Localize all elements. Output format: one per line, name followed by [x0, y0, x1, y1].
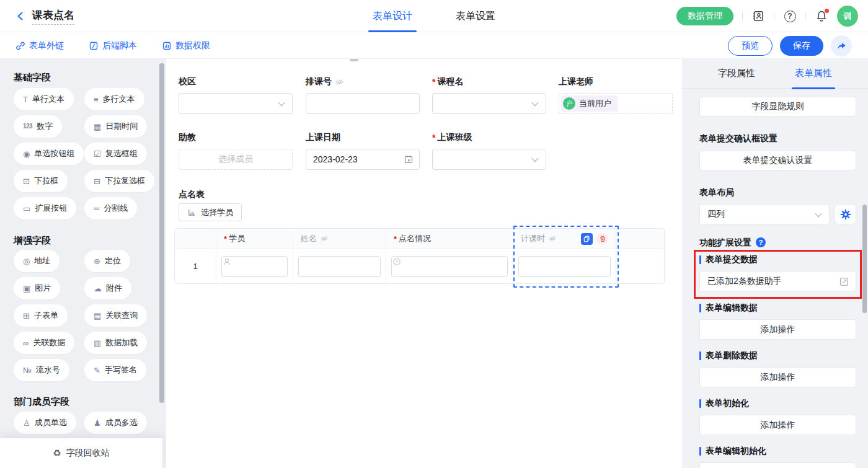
- permission-icon: [162, 41, 172, 51]
- notification-bell-icon[interactable]: [815, 9, 828, 23]
- field-pill-data-load[interactable]: ▥数据加载: [84, 332, 147, 354]
- campus-select[interactable]: [179, 93, 293, 114]
- field-course-name[interactable]: *课程名: [432, 76, 546, 114]
- select-students-button[interactable]: 选择学员: [179, 203, 242, 221]
- form-canvas: 校区 排课号 *课程名 上课老师 户 当前用户 助教 选择成员 上课日期 202…: [166, 59, 682, 468]
- copy-column-button[interactable]: [581, 233, 593, 245]
- add-action-button-delete[interactable]: 添加操作: [699, 367, 856, 387]
- field-pill-attachment[interactable]: ☁附件: [84, 277, 131, 299]
- add-action-button-init[interactable]: 添加操作: [699, 415, 856, 435]
- tab-form-settings[interactable]: 表单设置: [453, 0, 498, 32]
- field-teacher[interactable]: 上课老师 户 当前用户: [559, 76, 673, 114]
- save-button[interactable]: 保存: [780, 36, 823, 56]
- submit-confirm-settings-button[interactable]: 表单提交确认设置: [699, 151, 856, 170]
- field-recycle-bin-button[interactable]: ♻ 字段回收站: [0, 438, 162, 468]
- multiline-icon: ≡: [94, 95, 99, 104]
- edit-icon[interactable]: [839, 276, 849, 289]
- section-title-enhanced-fields: 增强字段: [14, 234, 166, 247]
- field-pill-radio-group[interactable]: ◉单选按钮组: [14, 143, 84, 165]
- field-pill-multi-dropdown[interactable]: ⊟下拉复选框: [84, 170, 154, 192]
- script-icon: [89, 41, 99, 51]
- layout-settings-button[interactable]: [835, 204, 856, 224]
- rollcall-subtable: 1 *学员 姓名 *点名情况 计课时: [174, 228, 665, 284]
- field-assistant[interactable]: 助教 选择成员: [179, 132, 293, 170]
- data-manage-button[interactable]: 数据管理: [676, 7, 733, 25]
- field-palette-sidebar: 基础字段 T单行文本 ≡多行文本 123数字 ▦日期时间 ◉单选按钮组 ☑复选框…: [0, 59, 166, 468]
- subtable-col-rollcall[interactable]: *点名情况: [386, 229, 513, 283]
- serial-icon: №: [23, 366, 32, 374]
- rollcall-input[interactable]: [391, 256, 508, 277]
- backend-script-button[interactable]: 后端脚本: [89, 40, 137, 51]
- field-schedule-number[interactable]: 排课号: [306, 76, 420, 114]
- help-icon[interactable]: ?: [783, 9, 797, 23]
- field-pill-dropdown[interactable]: ⊡下拉框: [14, 170, 68, 192]
- checkbox-icon: ☑: [94, 150, 101, 158]
- add-action-button-edit-init[interactable]: 添加操作: [699, 462, 856, 468]
- tab-form-design[interactable]: 表单设计: [370, 0, 415, 32]
- field-pill-datetime[interactable]: ▦日期时间: [84, 115, 147, 138]
- field-class[interactable]: *上课班级: [432, 132, 546, 170]
- extensions-help-icon[interactable]: ?: [756, 237, 766, 247]
- submit-data-value-box[interactable]: 已添加2条数据助手: [699, 271, 856, 292]
- preview-button[interactable]: 预览: [728, 36, 773, 56]
- subtable-col-student[interactable]: *学员: [216, 229, 293, 283]
- field-pill-image[interactable]: ▣图片: [14, 277, 60, 299]
- name-input[interactable]: [298, 256, 381, 277]
- field-pill-single-line-text[interactable]: T单行文本: [14, 88, 74, 110]
- group-title-edit-data: 表单编辑数据: [699, 302, 856, 314]
- field-class-date[interactable]: 上课日期 2023-02-23: [306, 132, 420, 170]
- image-icon: ▣: [23, 285, 30, 293]
- field-pill-subform[interactable]: ⊞子表单: [14, 304, 68, 327]
- number-icon: 123: [23, 123, 32, 130]
- field-pill-extend-button[interactable]: ▭扩展按钮: [14, 197, 76, 219]
- group-title-submit-data: 表单提交数据: [699, 254, 856, 265]
- share-button[interactable]: [831, 35, 852, 56]
- chevron-down-icon: [531, 155, 538, 162]
- contacts-book-icon[interactable]: [751, 9, 765, 23]
- subtable-col-hours[interactable]: 计课时: [513, 229, 616, 283]
- field-pill-number[interactable]: 123数字: [14, 115, 62, 138]
- external-link-button[interactable]: 表单外链: [16, 40, 64, 51]
- hidden-eye-icon: [335, 77, 344, 87]
- assistant-member-box[interactable]: 选择成员: [179, 149, 293, 170]
- field-pill-serial-number[interactable]: №流水号: [14, 359, 69, 381]
- back-button[interactable]: [15, 11, 26, 22]
- layout-select[interactable]: 四列: [699, 204, 830, 224]
- field-pill-linked-query[interactable]: ▤关联查询: [84, 304, 147, 327]
- field-pill-address[interactable]: ◎地址: [14, 250, 60, 272]
- tab-form-properties[interactable]: 表单属性: [795, 59, 832, 89]
- field-pill-multi-line-text[interactable]: ≡多行文本: [84, 88, 144, 110]
- section-title-basic-fields: 基础字段: [14, 71, 166, 84]
- delete-column-button[interactable]: [596, 233, 608, 245]
- field-pill-geolocation[interactable]: ⊕定位: [84, 250, 130, 272]
- current-user-tag[interactable]: 户 当前用户: [561, 95, 618, 112]
- field-pill-member-multi[interactable]: ♟成员多选: [84, 412, 147, 434]
- user-avatar[interactable]: 训: [837, 6, 858, 27]
- notification-dot: [825, 9, 829, 13]
- page-title: 课表点名: [32, 8, 74, 25]
- divider-icon: ═: [94, 205, 99, 213]
- field-pill-linked-data[interactable]: ∞关联数据: [14, 332, 74, 354]
- teacher-member-box[interactable]: 户 当前用户: [559, 93, 673, 114]
- panel-scrollbar[interactable]: [862, 205, 867, 313]
- add-action-button-edit[interactable]: 添加操作: [699, 319, 856, 340]
- field-pill-signature[interactable]: ✎手写签名: [84, 359, 146, 381]
- field-pill-checkbox-group[interactable]: ☑复选框组: [84, 143, 147, 165]
- extensions-title-row: 功能扩展设置 ?: [699, 237, 856, 248]
- tab-field-properties[interactable]: 字段属性: [718, 59, 755, 89]
- course-select[interactable]: [432, 93, 546, 114]
- group-title-edit-init: 表单编辑初始化: [699, 446, 856, 457]
- subtable-col-name[interactable]: 姓名: [293, 229, 386, 283]
- field-pill-member-single[interactable]: ♙成员单选: [14, 412, 76, 434]
- field-pill-divider[interactable]: ═分割线: [84, 197, 137, 219]
- sidebar-scrollbar[interactable]: [159, 63, 164, 403]
- field-visibility-rules-button[interactable]: 字段显隐规则: [699, 97, 856, 117]
- date-input[interactable]: 2023-02-23: [306, 149, 420, 170]
- people-icon: ♟: [94, 419, 101, 427]
- field-campus[interactable]: 校区: [179, 76, 293, 114]
- class-select[interactable]: [432, 149, 546, 170]
- student-input[interactable]: [221, 256, 288, 277]
- hours-input[interactable]: [518, 256, 611, 277]
- schedule-number-input[interactable]: [306, 93, 420, 114]
- data-permission-button[interactable]: 数据权限: [162, 40, 210, 51]
